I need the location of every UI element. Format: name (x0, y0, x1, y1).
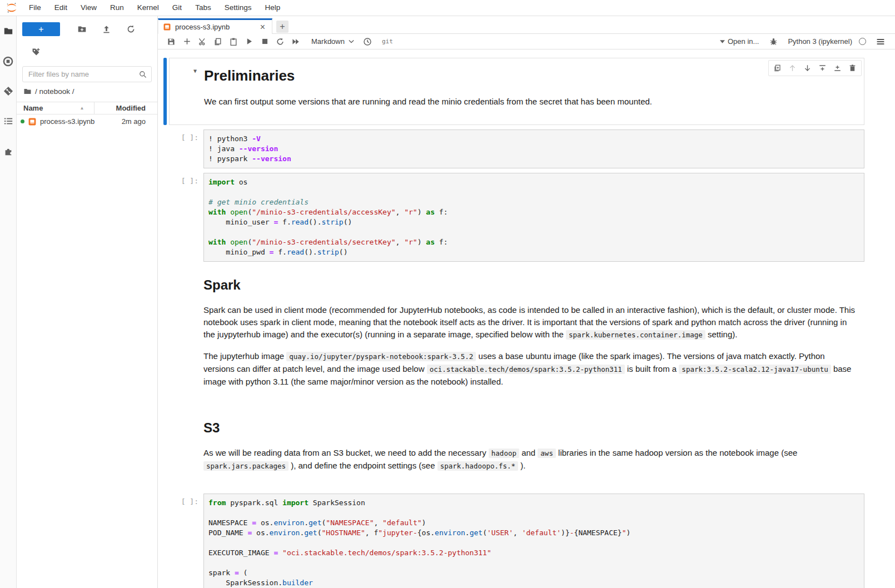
interrupt-kernel-button[interactable] (257, 35, 272, 48)
code-line (208, 538, 859, 548)
delete-cell-icon[interactable] (845, 61, 860, 75)
upload-icon[interactable] (98, 22, 115, 36)
menu-settings[interactable]: Settings (218, 0, 258, 16)
markdown-prompt: ▼ (170, 58, 204, 124)
file-name[interactable]: process-s3.ipynb (40, 117, 95, 126)
code-line: NAMESPACE = os.environ.get("NAMESPACE", … (208, 518, 859, 528)
toolbar-overflow-menu-icon[interactable] (873, 35, 888, 48)
file-browser-tab-icon[interactable] (3, 26, 14, 37)
cell-collapser[interactable] (163, 173, 167, 262)
cell-collapser[interactable] (163, 409, 167, 489)
menu-file[interactable]: File (22, 0, 48, 16)
git-tab-icon[interactable] (3, 86, 14, 97)
markdown-paragraph: We can first output some versions that a… (204, 96, 855, 108)
code-line (208, 187, 859, 197)
menu-run[interactable]: Run (103, 0, 131, 16)
inline-code: spark.jars.packages (203, 461, 289, 471)
paste-cells-button[interactable] (226, 35, 241, 48)
insert-cell-button[interactable] (179, 35, 195, 48)
markdown-prompt (169, 266, 203, 405)
restart-kernel-button[interactable] (272, 35, 288, 48)
markdown-paragraph: As we will be reading data from an S3 bu… (203, 447, 856, 472)
folder-icon (23, 87, 32, 96)
cell-collapser[interactable] (163, 129, 167, 168)
code-line: from pyspark.sql import SparkSession (208, 498, 859, 508)
insert-cell-below-icon[interactable] (830, 61, 845, 75)
code-cell-spark-session[interactable]: [ ]: from pyspark.sql import SparkSessio… (163, 494, 864, 588)
heading-spark: Spark (203, 277, 856, 293)
close-tab-icon[interactable]: × (258, 23, 267, 31)
markdown-cell-preliminaries[interactable]: ▼ Preliminaries We can first output some… (163, 58, 864, 125)
tab-bar: process-s3.ipynb × + (158, 16, 895, 34)
running-kernels-icon[interactable] (3, 56, 14, 67)
code-line: # get minio credentials (208, 197, 859, 207)
column-modified[interactable]: Modified (116, 104, 157, 112)
code-editor[interactable]: from pyspark.sql import SparkSession NAM… (203, 494, 864, 588)
code-cell-versions[interactable]: [ ]: ! python3 -V! java --version! pyspa… (163, 129, 864, 168)
menu-view[interactable]: View (74, 0, 103, 16)
table-of-contents-icon[interactable] (3, 116, 14, 127)
heading-collapse-caret-icon[interactable]: ▼ (193, 68, 197, 74)
markdown-paragraph: The jupyterhub image quay.io/jupyter/pys… (203, 350, 856, 388)
file-listing-header: Name ▲ Modified (17, 102, 157, 114)
code-line: with open("/minio-s3-credentials/accessK… (208, 207, 859, 217)
run-cell-button[interactable] (241, 35, 257, 48)
notebook-content: ▼ Preliminaries We can first output some… (158, 50, 895, 588)
breadcrumb[interactable]: / notebook / (23, 87, 152, 96)
cell-type-dropdown[interactable]: Markdown (311, 37, 354, 46)
kernel-name-button[interactable]: Python 3 (ipykernel) (788, 37, 852, 46)
move-cell-up-icon[interactable] (785, 61, 800, 75)
cell-prompt: [ ]: (169, 173, 203, 262)
extensions-icon[interactable] (3, 146, 14, 157)
heading-s3: S3 (203, 420, 856, 436)
code-line: SparkSession.builder (208, 578, 859, 588)
filter-files-input[interactable] (22, 66, 152, 82)
duplicate-cell-icon[interactable] (770, 61, 785, 75)
code-line (208, 558, 859, 568)
menu-tabs[interactable]: Tabs (188, 0, 218, 16)
markdown-cell-s3[interactable]: S3 As we will be reading data from an S3… (163, 409, 864, 489)
move-cell-down-icon[interactable] (800, 61, 815, 75)
code-line: POD_NAME = os.environ.get("HOSTNAME", f"… (208, 528, 859, 538)
kernel-status-icon[interactable] (859, 38, 866, 45)
refresh-icon[interactable] (122, 22, 139, 36)
new-launcher-button[interactable]: + (22, 22, 60, 36)
code-cell-minio-credentials[interactable]: [ ]: import os # get minio credentialswi… (163, 173, 864, 262)
open-in-dropdown[interactable]: Open in... (720, 37, 759, 46)
checkpoint-history-icon[interactable] (360, 35, 375, 48)
cell-collapser[interactable] (163, 494, 167, 588)
column-name[interactable]: Name (17, 104, 43, 112)
new-tab-button[interactable]: + (276, 21, 289, 33)
save-button[interactable] (163, 35, 179, 48)
cell-collapser[interactable] (163, 58, 167, 125)
debugger-bug-icon[interactable] (765, 35, 781, 48)
tab-process-s3[interactable]: process-s3.ipynb × (158, 18, 272, 34)
menu-edit[interactable]: Edit (48, 0, 74, 16)
cut-cells-button[interactable] (195, 35, 210, 48)
menu-kernel[interactable]: Kernel (131, 0, 166, 16)
file-row[interactable]: process-s3.ipynb 2m ago (17, 114, 157, 128)
code-line: with open("/minio-s3-credentials/secretK… (208, 237, 859, 247)
menu-help[interactable]: Help (258, 0, 287, 16)
activity-bar (0, 16, 17, 588)
git-clone-icon[interactable] (31, 47, 157, 57)
insert-cell-above-icon[interactable] (815, 61, 830, 75)
cell-collapser[interactable] (163, 266, 167, 405)
main-dock-panel: process-s3.ipynb × + (157, 16, 895, 588)
chevron-down-icon (349, 39, 354, 43)
inline-code: spark.hadoopo.fs.* (437, 461, 518, 471)
breadcrumb-path[interactable]: / notebook / (35, 87, 74, 96)
restart-run-all-button[interactable] (288, 35, 304, 48)
cell-toolbar (768, 60, 862, 76)
cell-type-value: Markdown (311, 37, 345, 46)
menu-git[interactable]: Git (166, 0, 188, 16)
markdown-cell-spark[interactable]: Spark Spark can be used in client mode (… (163, 266, 864, 405)
code-editor[interactable]: ! python3 -V! java --version! pyspark --… (203, 129, 864, 168)
running-indicator-dot (21, 119, 24, 123)
open-in-label: Open in... (728, 37, 759, 46)
tab-label: process-s3.ipynb (175, 23, 230, 31)
new-folder-icon[interactable] (73, 22, 90, 36)
code-editor[interactable]: import os # get minio credentialswith op… (203, 173, 864, 262)
copy-cells-button[interactable] (210, 35, 226, 48)
notebook-toolbar: Markdown git Open in... (158, 34, 895, 49)
